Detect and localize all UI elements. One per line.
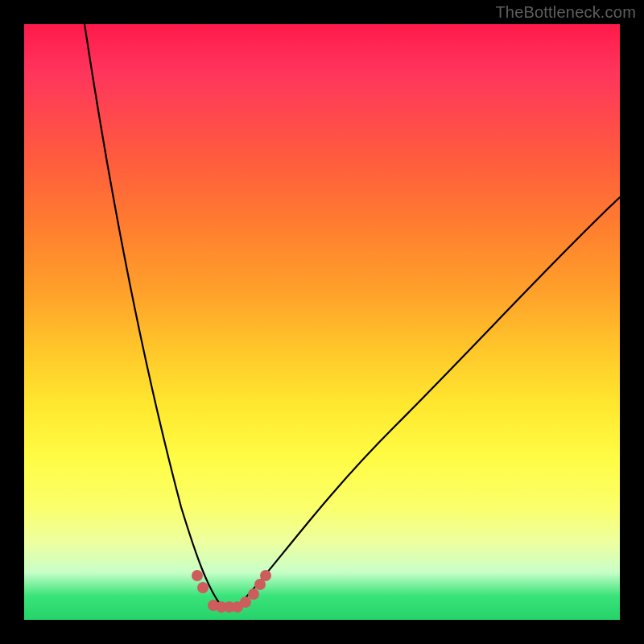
valley-marker [240, 597, 251, 608]
chart-frame: TheBottleneck.com [0, 0, 644, 644]
right-curve [237, 197, 620, 606]
valley-marker [260, 570, 271, 581]
left-curve [85, 24, 221, 606]
valley-marker [248, 588, 259, 600]
plot-area [24, 24, 620, 620]
curve-layer [24, 24, 620, 620]
valley-marker [192, 570, 203, 581]
watermark-text: TheBottleneck.com [495, 3, 636, 22]
valley-marker [197, 582, 208, 593]
